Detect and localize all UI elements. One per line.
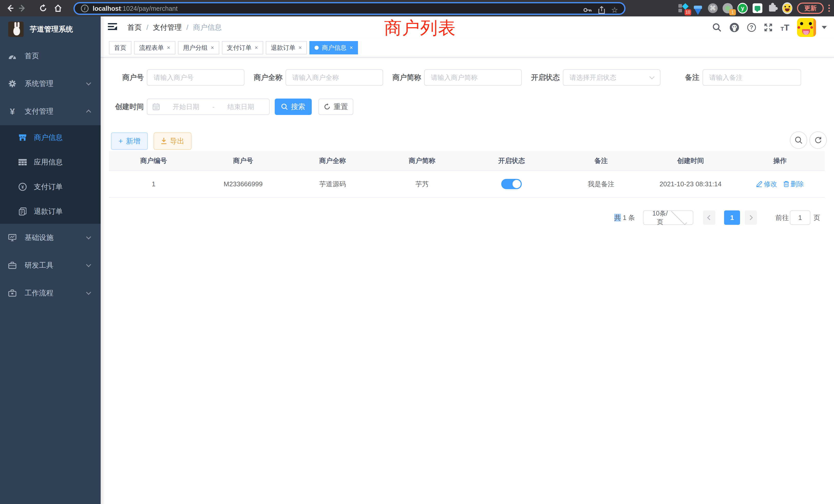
search-button[interactable]: 搜索	[275, 98, 312, 115]
red-annotation-label: 商户列表	[384, 19, 456, 37]
search-icon	[281, 104, 288, 110]
sidebar-item-pay[interactable]: ¥ 支付管理	[0, 97, 101, 125]
sidebar-item-label: 首页	[25, 51, 39, 61]
create-time-range-picker[interactable]: 开始日期 - 结束日期	[147, 98, 270, 115]
sidebar: 芋道管理系统 首页 系统管理 ¥ 支付管理 商户信息	[0, 17, 101, 504]
close-icon[interactable]: ×	[211, 44, 214, 51]
next-page-button[interactable]	[745, 210, 757, 225]
app-logo[interactable]: 芋道管理系统	[0, 17, 101, 42]
browser-update-button[interactable]: 更新	[797, 3, 824, 14]
sidebar-item-devtools[interactable]: 研发工具	[0, 251, 101, 279]
merchant-no-label: 商户号	[87, 69, 144, 86]
font-size-icon[interactable]: TT	[781, 23, 789, 32]
close-icon[interactable]: ×	[167, 44, 170, 51]
end-date-placeholder: 结束日期	[218, 102, 264, 111]
extension-y-icon[interactable]: y	[738, 3, 748, 13]
close-icon[interactable]: ×	[299, 44, 302, 51]
logo-image	[8, 22, 24, 37]
fullscreen-icon[interactable]	[764, 23, 773, 32]
status-toggle[interactable]	[501, 179, 522, 189]
browser-menu-icon[interactable]	[828, 5, 830, 12]
screen: i localhost:1024/pay/merchant ☆ 10 ⌘	[0, 0, 834, 504]
browser-extensions: 10 ⌘ 1 y 更新	[678, 0, 830, 17]
tag-user-group[interactable]: 用户分组×	[178, 41, 219, 54]
export-button[interactable]: 导出	[154, 132, 192, 150]
download-icon	[161, 138, 167, 144]
extension-command-icon[interactable]: ⌘	[708, 3, 718, 13]
extension-chat-icon[interactable]	[752, 3, 763, 13]
avatar-caret-icon[interactable]	[822, 26, 827, 29]
store-icon	[19, 134, 27, 141]
site-info-icon[interactable]: i	[81, 5, 89, 12]
delete-link[interactable]: 删除	[784, 180, 804, 189]
cell-short-name: 芋艿	[377, 171, 467, 197]
sidebar-item-label: 系统管理	[25, 79, 53, 89]
sidebar-item-system[interactable]: 系统管理	[0, 70, 101, 97]
tag-process-form[interactable]: 流程表单×	[134, 41, 175, 54]
status-label: 开启状态	[503, 69, 560, 86]
goto-label: 前往	[775, 210, 789, 225]
reset-button[interactable]: 重置	[319, 98, 353, 115]
extension-blocks-icon[interactable]: 10	[678, 3, 688, 13]
sidebar-item-infra[interactable]: 基础设施	[0, 224, 101, 251]
remark-label: 备注	[643, 69, 699, 86]
close-icon[interactable]: ×	[255, 44, 258, 51]
remark-input[interactable]	[703, 69, 801, 86]
prev-page-button[interactable]	[703, 210, 716, 225]
extension-gem-icon[interactable]	[693, 3, 703, 13]
browser-reload-icon[interactable]	[38, 0, 48, 17]
tag-pay-order[interactable]: 支付订单×	[222, 41, 263, 54]
svg-text:¥: ¥	[21, 185, 24, 190]
tag-refund-order[interactable]: 退款订单×	[266, 41, 307, 54]
extension-badge: 1	[729, 9, 736, 16]
table-refresh-icon-button[interactable]	[809, 131, 827, 149]
sidebar-item-pay-order[interactable]: ¥ 支付订单	[0, 175, 101, 199]
help-icon[interactable]: ?	[747, 23, 756, 32]
table-search-icon-button[interactable]	[790, 131, 807, 149]
page-size-select[interactable]: 10条/页	[643, 210, 693, 225]
cell-full-name: 芋道源码	[288, 171, 377, 197]
chevron-down-icon	[86, 234, 91, 239]
address-bar[interactable]: i localhost:1024/pay/merchant ☆	[73, 2, 626, 15]
extension-recorder-icon[interactable]: 1	[723, 3, 733, 13]
add-button[interactable]: + 新增	[111, 132, 148, 150]
plus-icon: +	[118, 138, 123, 144]
cell-remark: 我是备注	[556, 171, 646, 197]
current-page-button[interactable]: 1	[724, 210, 740, 225]
sidebar-item-app-info[interactable]: 应用信息	[0, 150, 101, 175]
chevron-down-icon	[86, 290, 91, 295]
github-icon[interactable]	[729, 22, 740, 32]
browser-forward-icon[interactable]	[17, 0, 27, 17]
sidebar-item-workflow[interactable]: 工作流程	[0, 279, 101, 307]
browser-home-icon[interactable]	[53, 0, 63, 17]
sidebar-item-home[interactable]: 首页	[0, 42, 101, 70]
sidebar-item-merchant-info[interactable]: 商户信息	[0, 125, 101, 150]
trash-icon	[784, 181, 789, 187]
share-icon[interactable]	[598, 6, 605, 14]
tag-merchant-info[interactable]: 商户信息×	[309, 41, 358, 54]
key-icon[interactable]	[584, 7, 592, 13]
tag-home[interactable]: 首页	[109, 41, 131, 54]
browser-profile-avatar[interactable]	[782, 3, 792, 13]
user-avatar[interactable]	[797, 18, 816, 37]
breadcrumb-home[interactable]: 首页	[127, 23, 142, 32]
browser-back-icon[interactable]	[5, 0, 16, 17]
breadcrumb-pay[interactable]: 支付管理	[153, 23, 182, 32]
toolbox-icon	[8, 261, 17, 269]
monitor-chart-icon	[8, 234, 17, 242]
chevron-down-icon	[671, 209, 687, 225]
close-icon[interactable]: ×	[349, 44, 353, 51]
edit-link[interactable]: 修改	[756, 180, 777, 189]
search-icon[interactable]	[712, 23, 722, 32]
breadcrumb-current: 商户信息	[193, 23, 222, 32]
sidebar-item-label: 支付管理	[25, 107, 53, 116]
browser-toolbar: i localhost:1024/pay/merchant ☆ 10 ⌘	[0, 0, 834, 17]
sidebar-item-label: 基础设施	[25, 233, 53, 243]
sidebar-item-refund-order[interactable]: 退款订单	[0, 199, 101, 224]
goto-page-input[interactable]	[790, 210, 810, 225]
extensions-puzzle-icon[interactable]	[767, 3, 777, 13]
document-icon	[19, 207, 27, 215]
sidebar-collapse-icon[interactable]	[108, 23, 117, 31]
full-name-label: 商户全称	[226, 69, 282, 86]
bookmark-star-icon[interactable]: ☆	[611, 6, 618, 14]
